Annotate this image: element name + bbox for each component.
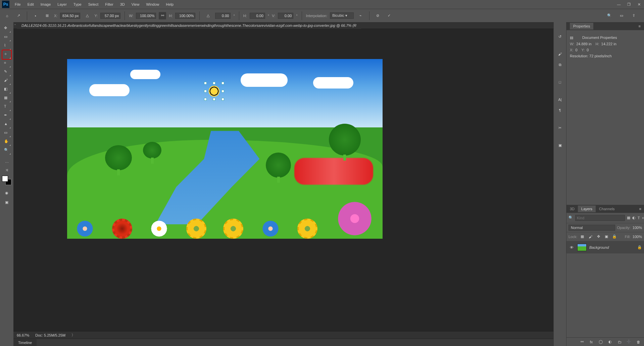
warp-icon[interactable]: ⌁ [356,11,365,20]
y-input[interactable] [100,13,120,19]
menu-type[interactable]: Type [70,0,85,9]
panel-menu-icon[interactable]: ≡ [639,24,641,28]
brush-panel-icon[interactable]: 🖌 [556,50,564,58]
new-layer-icon[interactable]: ➕ [626,339,632,345]
delta-icon[interactable]: △ [83,11,92,20]
filter-shape-icon[interactable]: ▭ [642,215,644,221]
group-layers-icon[interactable]: 🗀 [616,339,623,345]
handle-mid-right[interactable] [221,90,224,93]
reference-point-icon[interactable]: ▪ [31,11,40,20]
menu-view[interactable]: View [128,0,143,9]
search-icon[interactable]: 🔍 [605,11,614,20]
actions-panel-icon[interactable]: ✂ [556,123,564,132]
w-input[interactable] [136,13,156,19]
lock-position-icon[interactable]: ✥ [595,234,601,240]
delete-layer-icon[interactable]: 🗑 [635,339,641,345]
menu-file[interactable]: File [11,0,24,9]
paragraph-panel-icon[interactable]: ¶ [556,106,564,115]
menu-layer[interactable]: Layer [54,0,70,9]
color-swatches[interactable] [2,176,11,185]
lock-pixels-icon[interactable]: ▦ [579,234,585,240]
shape-tool[interactable]: ▭ [2,129,11,137]
menu-filter[interactable]: Filter [102,0,116,9]
handle-bot-right[interactable] [221,98,224,101]
lock-artboard-icon[interactable]: ▣ [603,234,609,240]
move-tool[interactable]: ✥ [2,24,11,33]
interp-select[interactable]: Bicubic ▾ [330,12,354,19]
layer-mask-icon[interactable]: ◯ [598,339,604,345]
workspace-icon[interactable]: ▭ [617,11,626,20]
document-tab[interactable]: DALLE2024-05-3110.16.21-Avibrantcolorful… [17,22,361,29]
lock-all-icon[interactable]: 🔒 [611,234,617,240]
character-panel-icon[interactable]: A| [556,95,564,104]
zoom-level[interactable]: 66.67% [17,333,29,337]
handle-top-right[interactable] [221,82,224,84]
history-panel-icon[interactable]: ↺ [556,32,564,41]
menu-window[interactable]: Window [143,0,162,9]
layer-visibility-icon[interactable]: 👁 [568,245,575,249]
lasso-tool[interactable]: ⌇ [2,42,11,50]
x-input[interactable] [60,13,80,19]
minimize-button[interactable]: — [614,0,624,9]
skew-v-input[interactable] [278,13,293,19]
reference-grid-icon[interactable]: ⊞ [43,11,51,20]
tool-preset-icon[interactable]: ↗ [14,11,23,20]
properties-tab[interactable]: Properties [570,23,593,30]
layer-fx-icon[interactable]: fx [588,339,594,345]
skew-h-input[interactable] [250,13,265,19]
handle-mid-left[interactable] [204,90,207,93]
pen-tool[interactable]: ✒ [2,111,11,120]
home-icon[interactable]: ⌂ [3,11,11,20]
magic-wand-tool[interactable]: ✧ [2,50,11,59]
status-arrow-icon[interactable]: 〉 [71,333,75,338]
quick-mask-icon[interactable]: ◉ [2,188,11,197]
layers-tab-channels[interactable]: Channels [596,206,618,212]
libraries-panel-icon[interactable]: ▣ [556,141,564,150]
canvas-stage[interactable] [13,29,553,331]
link-layers-icon[interactable]: ⚯ [579,339,585,345]
swap-colors-icon[interactable]: ⤭ [2,168,11,172]
commit-transform-icon[interactable]: ✓ [385,11,394,20]
layers-tab-layers[interactable]: Layers [578,206,596,212]
close-button[interactable]: ✕ [634,0,644,9]
eyedropper-tool[interactable]: ✎ [2,68,11,76]
clone-panel-icon[interactable]: ⧉ [556,60,564,69]
menu-image[interactable]: Image [37,0,54,9]
timeline-tab[interactable]: Timeline [13,339,37,346]
cancel-transform-icon[interactable]: ⊘ [374,11,382,20]
opacity-value[interactable]: 100% [633,226,642,230]
h-input[interactable] [175,13,195,19]
path-select-tool[interactable]: ▲ [2,120,11,129]
marquee-tool[interactable]: ▭ [2,33,11,42]
zoom-tool[interactable]: 🔍 [2,146,11,155]
share-icon[interactable]: ⇪ [629,11,638,20]
lock-brush-icon[interactable]: 🖌 [587,234,593,240]
brush-tool[interactable]: 🖌 [2,76,11,85]
filter-adjust-icon[interactable]: ◐ [632,215,636,221]
more-tools-icon[interactable]: ⋯ [2,158,11,167]
rotate-input[interactable] [215,13,231,19]
transform-selection[interactable] [205,83,223,99]
fill-value[interactable]: 100% [633,235,642,239]
gradient-tool[interactable]: ▦ [2,94,11,103]
handle-top-left[interactable] [204,82,207,84]
hand-tool[interactable]: ✋ [2,137,11,146]
handle-bot-mid[interactable] [213,98,215,101]
layer-lock-icon[interactable]: 🔒 [637,245,642,249]
link-wh-icon[interactable]: ⚯ [159,12,166,19]
menu-3d[interactable]: 3D [117,0,128,9]
filter-pixel-icon[interactable]: ▦ [627,215,630,221]
screen-mode-icon[interactable]: ▣ [2,198,11,207]
menu-select[interactable]: Select [85,0,102,9]
tab-pin-icon[interactable]: " [13,22,17,29]
filter-type-icon[interactable]: T [638,215,640,221]
menu-help[interactable]: Help [163,0,177,9]
menu-edit[interactable]: Edit [24,0,37,9]
handle-bot-left[interactable] [204,98,207,101]
crop-tool[interactable]: ⌗ [2,59,11,68]
adjustment-layer-icon[interactable]: ◐ [607,339,613,345]
layer-kind-filter[interactable] [575,215,625,221]
navigator-panel-icon[interactable]: □ [556,78,564,86]
eraser-tool[interactable]: ◧ [2,85,11,94]
handle-top-mid[interactable] [213,82,215,84]
